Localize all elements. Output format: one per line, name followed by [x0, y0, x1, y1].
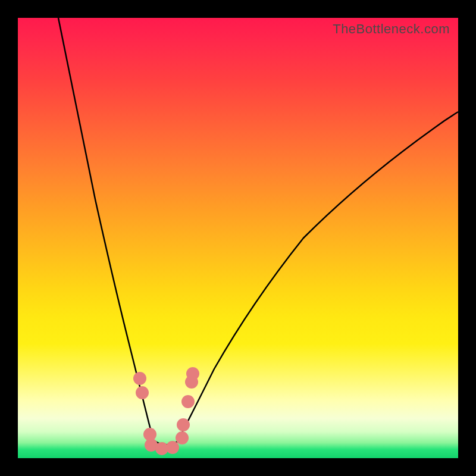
marker-dot — [133, 372, 146, 385]
curve-right — [177, 112, 458, 441]
chart-frame: TheBottleneck.com — [0, 0, 476, 476]
marker-dot — [186, 367, 199, 380]
chart-svg — [18, 18, 458, 458]
marker-cluster — [133, 367, 199, 455]
marker-dot — [166, 441, 179, 454]
marker-dot — [181, 395, 195, 408]
marker-dot — [177, 418, 190, 431]
marker-dot — [176, 431, 189, 444]
marker-dot — [136, 386, 149, 399]
plot-area: TheBottleneck.com — [18, 18, 458, 458]
